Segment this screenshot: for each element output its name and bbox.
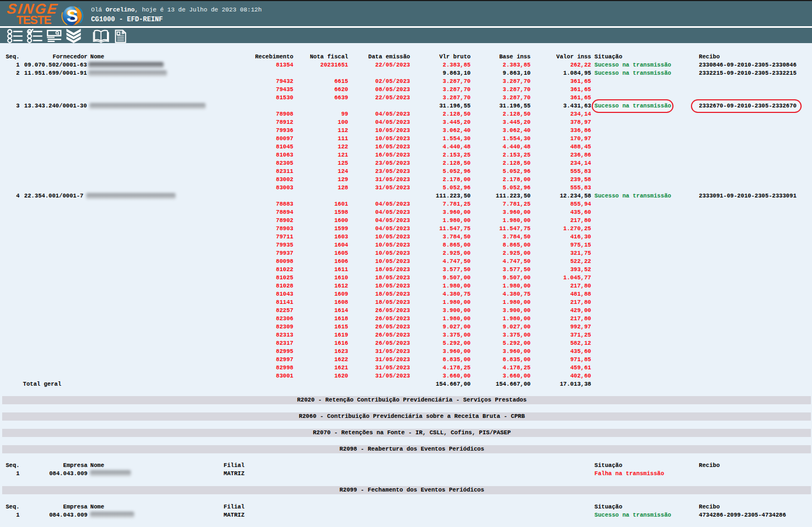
svg-text:S: S [67,6,78,26]
